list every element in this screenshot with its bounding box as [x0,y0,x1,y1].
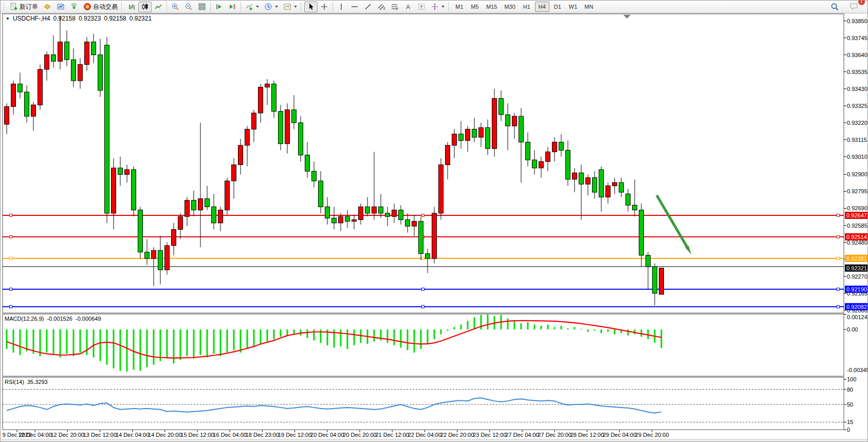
indicators-button[interactable] [243,2,262,12]
timeframe-H4[interactable]: H4 [535,2,549,12]
publisher-button[interactable] [54,2,67,12]
timeframe-M15[interactable]: M15 [483,2,500,12]
market-watch-button[interactable] [41,2,54,12]
candle-body [112,168,116,213]
chart-shift-icon [228,3,236,11]
candle-body [546,152,550,161]
auto-scroll-button[interactable] [212,2,226,12]
shapes-tool-button[interactable] [428,2,447,12]
cursor-tool-button[interactable] [304,2,318,12]
candle-body [325,207,330,218]
toolbar-grip[interactable] [448,3,450,11]
line-handle[interactable] [837,257,840,260]
chevron-down-icon [294,6,297,8]
price-badge-label: 0.92190 [846,286,867,292]
candlestick-mode-button[interactable] [138,2,152,12]
line-handle[interactable] [422,305,424,308]
line-handle[interactable] [10,288,12,290]
chart-shift-button[interactable] [226,2,239,12]
shapes-icon [431,3,439,11]
macd-name: MACD(12,26,9) [5,316,44,322]
trendline-tool-button[interactable] [361,2,375,12]
timeframe-M5[interactable]: M5 [468,2,482,12]
candle-body [586,178,590,185]
candle-body [359,207,363,219]
horizontal-line-tool-button[interactable] [348,2,361,12]
candle-body [439,165,444,213]
rsi-axis-label: 100 [847,376,856,382]
line-handle[interactable] [837,305,840,308]
candle-body [532,160,537,168]
toolbar-separator [210,2,211,11]
chart-symbol: USDCHF-,H4 [13,15,50,22]
timeframe-W1[interactable]: W1 [566,2,581,12]
toolbar-grip[interactable] [4,3,5,11]
zoom-out-button[interactable] [182,2,195,12]
line-handle[interactable] [10,214,12,217]
candle-body [218,210,223,223]
timeframe-D1[interactable]: D1 [550,2,565,12]
timeframe-M30[interactable]: M30 [501,2,518,12]
time-tick-label: 21 Dec 12:00 [375,432,409,438]
toolbar-separator [333,2,333,11]
candle-body [118,168,123,175]
vertical-line-tool-button[interactable] [335,2,348,12]
line-handle[interactable] [10,257,12,260]
time-tick-label: 22 Dec 04:00 [408,432,441,438]
price-tick-label: 0.92585 [847,223,867,229]
candle-body [352,220,357,222]
tile-windows-button[interactable] [195,2,209,12]
line-handle[interactable] [422,214,424,217]
timeframe-M1[interactable]: M1 [452,2,467,12]
zoom-in-button[interactable] [169,2,182,12]
candle-body [405,220,410,227]
time-tick-label: 29 Dec 04:00 [603,432,636,438]
price-tick-label: 0.92795 [847,188,867,194]
periods-button[interactable] [262,2,281,12]
signals-button[interactable] [67,2,81,12]
candle-body [312,171,317,181]
line-handle[interactable] [422,257,424,260]
text-label-tool-button[interactable]: T [415,2,428,12]
autotrade-button[interactable]: 自动交易 [81,2,120,12]
chart-canvas[interactable]: 0.938500.937450.936400.935350.934300.933… [1,13,868,439]
signal-icon [70,3,78,11]
bar-chart-mode-button[interactable] [125,2,138,12]
line-handle[interactable] [422,288,424,290]
candle-body [365,207,370,213]
fibonacci-tool-button[interactable]: F [388,2,401,12]
line-chart-mode-button[interactable] [152,2,165,12]
toolbar-grip[interactable] [121,3,123,11]
candle-body [18,84,23,92]
ohlc-low: 0.92158 [104,15,126,22]
line-handle[interactable] [837,214,840,217]
collapse-triangle-icon[interactable]: ▼ [6,16,10,21]
candle-body [185,200,190,216]
new-order-button[interactable]: 新订单 [7,2,41,12]
text-tool-button[interactable]: A [401,2,415,12]
crosshair-tool-button[interactable] [318,2,331,12]
channel-tool-button[interactable]: E [375,2,388,12]
search-button[interactable] [828,2,842,12]
candle-body [499,99,504,115]
timeframe-MN[interactable]: MN [581,2,596,12]
line-handle[interactable] [837,235,840,238]
toolbar-grip[interactable] [301,3,302,11]
channel-icon: E [377,3,385,11]
timeframe-H1[interactable]: H1 [520,2,534,12]
price-badge-label: 0.92647 [846,212,867,218]
autotrade-icon [83,3,91,11]
new-order-label: 新订单 [20,3,38,11]
price-badge-label: 0.92321 [846,265,867,271]
time-tick-label: 15 Dec 12:00 [180,432,214,438]
toolbar: 新订单 自动交易 [1,1,868,13]
templates-button[interactable] [281,2,300,12]
time-tick-label: 13 Dec 12:00 [83,432,117,438]
line-handle[interactable] [10,305,12,308]
line-handle[interactable] [837,288,840,290]
line-handle[interactable] [10,235,12,238]
candle-body [232,165,236,181]
candle-body [659,268,664,294]
candle-body [552,142,557,152]
candle-body [339,216,343,223]
